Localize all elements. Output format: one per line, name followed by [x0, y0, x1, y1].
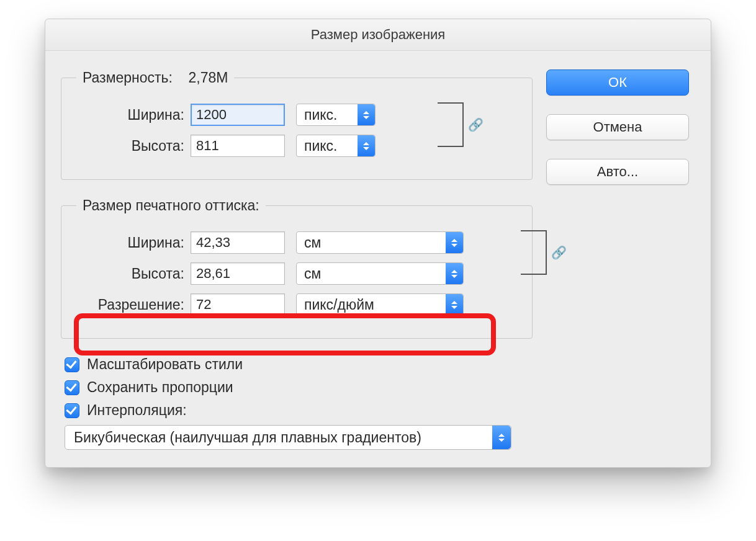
chevron-updown-icon	[358, 104, 375, 125]
scale-styles-label: Масштабировать стили	[87, 356, 243, 373]
pixel-dimensions-legend-label: Размерность:	[83, 69, 173, 86]
constrain-proportions-label: Сохранить пропорции	[87, 379, 233, 396]
pixel-width-label: Ширина:	[73, 107, 191, 123]
scale-styles-row[interactable]: Масштабировать стили	[65, 356, 533, 373]
print-height-label: Высота:	[73, 266, 191, 282]
print-width-label: Ширина:	[73, 235, 191, 251]
auto-button[interactable]: Авто...	[546, 159, 689, 185]
image-size-dialog: Размер изображения Размерность: 2,78M Ши…	[45, 19, 711, 468]
constrain-bracket-print: 🔗	[521, 230, 547, 275]
print-size-legend: Размер печатного оттиска:	[76, 197, 266, 214]
cancel-button[interactable]: Отмена	[546, 114, 689, 140]
pixel-height-label: Высота:	[73, 138, 191, 154]
chevron-updown-icon	[358, 135, 375, 156]
print-width-input[interactable]	[191, 231, 285, 254]
ok-button[interactable]: ОК	[546, 69, 689, 96]
pixel-width-input[interactable]	[191, 104, 285, 126]
print-height-unit-select[interactable]: см	[296, 262, 464, 285]
pixel-width-unit-select[interactable]: пикс.	[296, 104, 376, 126]
interpolation-label: Интерполяция:	[87, 402, 187, 419]
pixel-height-unit-label: пикс.	[304, 138, 338, 154]
print-width-unit-label: см	[304, 235, 321, 251]
dialog-title: Размер изображения	[45, 19, 711, 51]
interpolation-row[interactable]: Интерполяция:	[65, 402, 533, 419]
chevron-updown-icon	[446, 263, 463, 284]
link-icon: 🔗	[468, 117, 484, 132]
side-column: ОК Отмена Авто...	[546, 60, 695, 203]
resolution-input[interactable]	[191, 293, 285, 316]
interpolation-method-label: Бикубическая (наилучшая для плавных град…	[74, 429, 421, 446]
print-width-unit-select[interactable]: см	[296, 231, 464, 254]
resolution-unit-select[interactable]: пикс/дюйм	[296, 293, 464, 316]
chevron-updown-icon	[446, 232, 463, 253]
resolution-highlight-annotation	[74, 313, 496, 355]
pixel-width-unit-label: пикс.	[304, 107, 338, 123]
link-icon: 🔗	[551, 245, 567, 260]
main-column: Размерность: 2,78M Ширина: пикс. Высота:	[61, 60, 533, 450]
chevron-updown-icon	[446, 294, 463, 315]
constrain-bracket: 🔗	[438, 102, 464, 147]
resolution-unit-label: пикс/дюйм	[304, 297, 374, 313]
pixel-dimensions-group: Размерность: 2,78M Ширина: пикс. Высота:	[61, 69, 533, 180]
scale-styles-checkbox[interactable]	[65, 357, 79, 372]
print-height-input[interactable]	[191, 262, 285, 285]
constrain-proportions-row[interactable]: Сохранить пропорции	[65, 379, 533, 396]
print-size-group: Размер печатного оттиска: Ширина: см Выс…	[61, 197, 533, 339]
resolution-label: Разрешение:	[73, 297, 191, 313]
pixel-dimensions-value: 2,78M	[189, 69, 228, 86]
chevron-updown-icon	[492, 426, 511, 449]
pixel-dimensions-legend: Размерность: 2,78M	[76, 69, 234, 86]
pixel-height-input[interactable]	[191, 135, 285, 157]
print-height-unit-label: см	[304, 266, 321, 282]
interpolation-checkbox[interactable]	[65, 403, 79, 418]
interpolation-method-select[interactable]: Бикубическая (наилучшая для плавных град…	[65, 425, 511, 450]
constrain-proportions-checkbox[interactable]	[65, 380, 79, 395]
pixel-height-unit-select[interactable]: пикс.	[296, 135, 376, 157]
